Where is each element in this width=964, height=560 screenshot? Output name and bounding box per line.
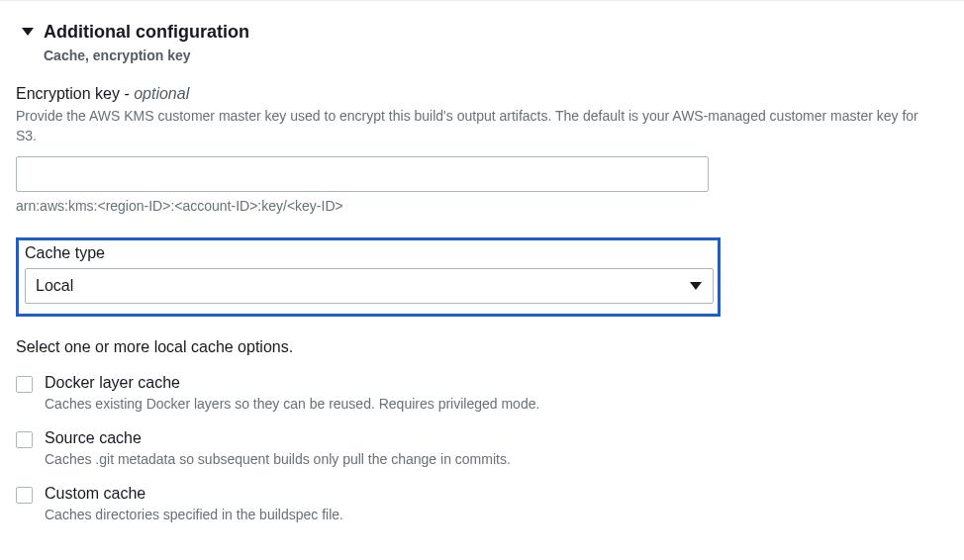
custom-cache-checkbox[interactable] [16,487,33,504]
optional-tag: optional [134,85,189,102]
encryption-key-label-text: Encryption key - [16,85,134,102]
additional-config-toggle[interactable]: Additional configuration [16,21,948,44]
encryption-key-hint: arn:aws:kms:<region-ID>:<account-ID>:key… [16,198,948,214]
custom-cache-row: Custom cache Caches directories specifie… [16,485,948,522]
local-cache-options-label: Select one or more local cache options. [16,338,948,356]
source-cache-title: Source cache [45,429,948,447]
docker-layer-cache-checkbox[interactable] [16,376,33,393]
docker-layer-cache-title: Docker layer cache [45,374,948,392]
source-cache-checkbox[interactable] [16,431,33,448]
caret-down-icon [22,28,34,36]
source-cache-desc: Caches .git metadata so subsequent build… [45,451,948,467]
encryption-key-description: Provide the AWS KMS customer master key … [16,107,926,145]
docker-layer-cache-desc: Caches existing Docker layers so they ca… [45,396,948,412]
custom-cache-title: Custom cache [45,485,948,503]
section-title: Additional configuration [44,21,249,44]
custom-cache-desc: Caches directories specified in the buil… [45,507,948,522]
cache-type-select[interactable]: Local [25,268,714,304]
cache-type-highlight: Cache type Local [16,237,721,317]
cache-type-selected-value: Local [36,277,73,295]
cache-type-label: Cache type [25,244,712,262]
source-cache-row: Source cache Caches .git metadata so sub… [16,429,948,467]
section-subtitle: Cache, encryption key [44,47,948,63]
encryption-key-label: Encryption key - optional [16,85,948,103]
encryption-key-group: Encryption key - optional Provide the AW… [16,85,948,213]
docker-layer-cache-row: Docker layer cache Caches existing Docke… [16,374,948,412]
encryption-key-input[interactable] [16,156,709,192]
